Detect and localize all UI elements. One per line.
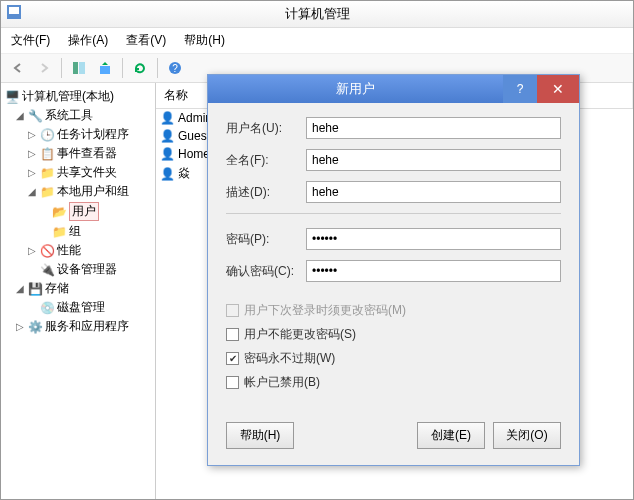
dialog-title: 新用户: [208, 80, 503, 98]
refresh-button[interactable]: [129, 57, 151, 79]
tree-root[interactable]: 🖥️计算机管理(本地): [3, 87, 153, 106]
toolbar-separator: [122, 58, 123, 78]
menu-file[interactable]: 文件(F): [7, 30, 54, 51]
tree-users[interactable]: 📂用户: [3, 201, 153, 222]
create-button[interactable]: 创建(E): [417, 422, 485, 449]
window-title: 计算机管理: [285, 6, 350, 21]
computer-icon: 🖥️: [5, 90, 19, 104]
cannot-change-checkbox[interactable]: [226, 328, 239, 341]
tree-performance[interactable]: ▷🚫性能: [3, 241, 153, 260]
dialog-close-button[interactable]: ✕: [537, 75, 579, 103]
titlebar: 计算机管理: [1, 1, 633, 28]
tree-shared-folders[interactable]: ▷📁共享文件夹: [3, 163, 153, 182]
dialog-body: 用户名(U): 全名(F): 描述(D): 密码(P): 确认密码(C): 用户…: [208, 103, 579, 412]
dialog-help-button[interactable]: ?: [503, 75, 537, 103]
user-icon: 👤: [160, 147, 174, 161]
username-label: 用户名(U):: [226, 120, 306, 137]
app-icon: [7, 5, 21, 22]
svg-rect-3: [79, 62, 85, 74]
tree-services[interactable]: ▷⚙️服务和应用程序: [3, 317, 153, 336]
password-label: 密码(P):: [226, 231, 306, 248]
menubar: 文件(F) 操作(A) 查看(V) 帮助(H): [1, 28, 633, 54]
must-change-checkbox: [226, 304, 239, 317]
export-button[interactable]: [94, 57, 116, 79]
perf-icon: 🚫: [40, 244, 54, 258]
tree-storage[interactable]: ◢💾存储: [3, 279, 153, 298]
tree-system-tools[interactable]: ◢🔧系统工具: [3, 106, 153, 125]
clock-icon: 🕒: [40, 128, 54, 142]
storage-icon: 💾: [28, 282, 42, 296]
expand-icon[interactable]: ▷: [15, 321, 25, 332]
wrench-icon: 🔧: [28, 109, 42, 123]
description-input[interactable]: [306, 181, 561, 203]
folder-icon: 📁: [52, 225, 66, 239]
confirm-password-input[interactable]: [306, 260, 561, 282]
never-expire-checkbox[interactable]: ✔: [226, 352, 239, 365]
collapse-icon[interactable]: ◢: [27, 186, 37, 197]
menu-action[interactable]: 操作(A): [64, 30, 112, 51]
svg-rect-1: [9, 7, 19, 14]
svg-rect-4: [100, 66, 110, 74]
user-icon: 👤: [160, 167, 174, 181]
must-change-row: 用户下次登录时须更改密码(M): [226, 302, 561, 319]
expand-icon[interactable]: ▷: [27, 129, 37, 140]
disabled-row[interactable]: 帐户已禁用(B): [226, 374, 561, 391]
help-button[interactable]: ?: [164, 57, 186, 79]
description-label: 描述(D):: [226, 184, 306, 201]
device-icon: 🔌: [40, 263, 54, 277]
username-input[interactable]: [306, 117, 561, 139]
dialog-titlebar: 新用户 ? ✕: [208, 75, 579, 103]
toolbar-separator: [157, 58, 158, 78]
dialog-footer: 帮助(H) 创建(E) 关闭(O): [208, 412, 579, 465]
tree-local-users[interactable]: ◢📁本地用户和组: [3, 182, 153, 201]
collapse-icon[interactable]: ◢: [15, 283, 25, 294]
folder-icon: 📂: [52, 205, 66, 219]
help-button[interactable]: 帮助(H): [226, 422, 294, 449]
expand-icon[interactable]: ▷: [27, 148, 37, 159]
tree-panel: 🖥️计算机管理(本地) ◢🔧系统工具 ▷🕒任务计划程序 ▷📋事件查看器 ▷📁共享…: [1, 83, 156, 499]
menu-view[interactable]: 查看(V): [122, 30, 170, 51]
disk-icon: 💿: [40, 301, 54, 315]
user-icon: 👤: [160, 111, 174, 125]
toolbar-separator: [61, 58, 62, 78]
expand-icon[interactable]: ▷: [27, 245, 37, 256]
service-icon: ⚙️: [28, 320, 42, 334]
tree-groups[interactable]: 📁组: [3, 222, 153, 241]
show-hide-button[interactable]: [68, 57, 90, 79]
nav-forward-button[interactable]: [33, 57, 55, 79]
tree-event-viewer[interactable]: ▷📋事件查看器: [3, 144, 153, 163]
tree-disk-management[interactable]: 💿磁盘管理: [3, 298, 153, 317]
password-input[interactable]: [306, 228, 561, 250]
share-icon: 📁: [40, 166, 54, 180]
log-icon: 📋: [40, 147, 54, 161]
collapse-icon[interactable]: ◢: [15, 110, 25, 121]
nav-back-button[interactable]: [7, 57, 29, 79]
svg-text:?: ?: [172, 63, 178, 74]
svg-rect-2: [73, 62, 78, 74]
close-button[interactable]: 关闭(O): [493, 422, 561, 449]
disabled-checkbox[interactable]: [226, 376, 239, 389]
confirm-label: 确认密码(C):: [226, 263, 306, 280]
divider: [226, 213, 561, 214]
never-expire-row[interactable]: ✔ 密码永不过期(W): [226, 350, 561, 367]
menu-help[interactable]: 帮助(H): [180, 30, 229, 51]
expand-icon[interactable]: ▷: [27, 167, 37, 178]
cannot-change-row[interactable]: 用户不能更改密码(S): [226, 326, 561, 343]
fullname-input[interactable]: [306, 149, 561, 171]
users-icon: 📁: [40, 185, 54, 199]
user-icon: 👤: [160, 129, 174, 143]
fullname-label: 全名(F):: [226, 152, 306, 169]
tree-device-manager[interactable]: 🔌设备管理器: [3, 260, 153, 279]
tree-task-scheduler[interactable]: ▷🕒任务计划程序: [3, 125, 153, 144]
new-user-dialog: 新用户 ? ✕ 用户名(U): 全名(F): 描述(D): 密码(P): 确认密…: [207, 74, 580, 466]
